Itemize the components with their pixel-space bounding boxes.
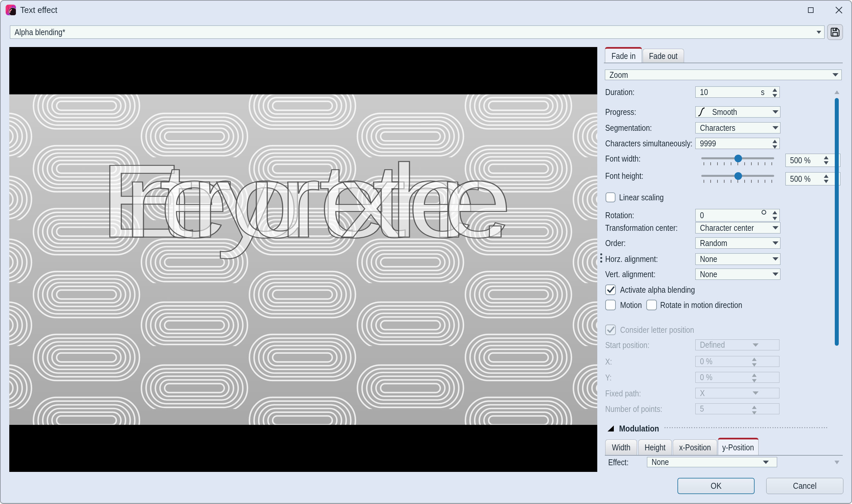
svg-text:.: . [478,143,512,259]
svg-text:r: r [280,143,321,259]
